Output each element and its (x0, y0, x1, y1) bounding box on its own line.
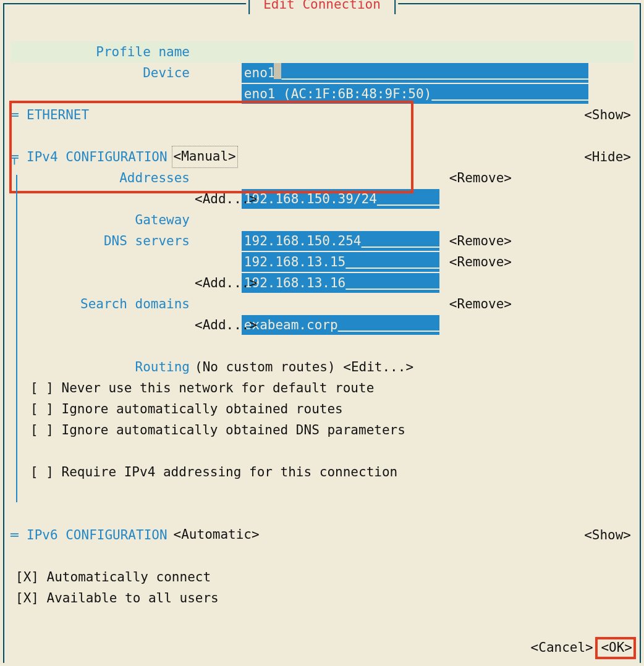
ipv4-gateway-label: Gateway (11, 209, 195, 230)
ipv4-search-label: Search domains (11, 293, 195, 314)
device-label: Device (11, 62, 195, 83)
ethernet-section: ═ ETHERNET <Show> (11, 104, 633, 125)
ipv4-routing-label: Routing (11, 356, 195, 377)
ipv4-address-remove-0[interactable]: <Remove> (439, 167, 512, 188)
ipv4-dns-label: DNS servers (11, 230, 195, 251)
profile-name-label: Profile name (11, 41, 195, 62)
ipv6-label: IPv6 CONFIGURATION (27, 525, 167, 546)
ipv6-section: ═ IPv6 CONFIGURATION <Automatic> <Show> (11, 525, 633, 546)
edit-connection-dialog: Edit Connection Profile name eno1 Device… (3, 3, 641, 663)
ipv4-routing-row: Routing (No custom routes) <Edit...> (11, 356, 633, 377)
ipv4-cb-0[interactable]: [ ] Never use this network for default r… (11, 377, 633, 398)
ipv4-address-input-0[interactable]: 192.168.150.39/24 (242, 189, 439, 209)
global-cb-0[interactable]: [X] Automatically connect (11, 567, 633, 588)
ipv6-show-button[interactable]: <Show> (584, 525, 633, 546)
ipv4-addresses-label: Addresses (11, 167, 195, 188)
ipv4-search-row-0: Search domains exabeam.corp <Remove> (11, 293, 633, 314)
ethernet-show-button[interactable]: <Show> (584, 104, 633, 125)
expand-icon: ╤ (11, 146, 27, 167)
collapse-icon: ═ (11, 525, 27, 546)
collapse-icon: ═ (11, 104, 27, 125)
ipv4-search-input-0[interactable]: exabeam.corp (242, 315, 439, 335)
profile-name-row: Profile name eno1 (11, 41, 633, 62)
ok-button[interactable]: <OK> (601, 640, 632, 655)
ipv4-search-add-button[interactable]: <Add...> (195, 314, 257, 335)
ipv4-dns-input-1[interactable]: 192.168.13.16 (242, 273, 439, 293)
ipv4-cb-2[interactable]: [ ] Ignore automatically obtained DNS pa… (11, 419, 633, 440)
ipv4-cb-1[interactable]: [ ] Ignore automatically obtained routes (11, 398, 633, 419)
dialog-buttons: <Cancel> <OK> (531, 637, 632, 658)
ipv4-dns-remove-0[interactable]: <Remove> (439, 230, 512, 251)
ipv4-hide-button[interactable]: <Hide> (584, 146, 633, 167)
ipv4-search-remove-0[interactable]: <Remove> (439, 293, 512, 314)
ipv4-addresses-row: Addresses 192.168.150.39/24 <Remove> (11, 167, 633, 188)
dialog-title-wrap: Edit Connection (246, 0, 398, 14)
ipv4-routing-edit-button[interactable]: <Edit...> (343, 360, 413, 374)
ipv4-dns-remove-1[interactable]: <Remove> (439, 251, 512, 272)
global-cb-1[interactable]: [X] Available to all users (11, 588, 633, 609)
ipv4-label: IPv4 CONFIGURATION (27, 146, 167, 167)
dialog-title: Edit Connection (248, 0, 396, 14)
cancel-button[interactable]: <Cancel> (531, 640, 593, 655)
device-row: Device eno1 (AC:1F:6B:48:9F:50) (11, 62, 633, 83)
ipv4-gateway-row: Gateway 192.168.150.254 (11, 209, 633, 230)
ipv4-routing-value: (No custom routes) (195, 360, 336, 374)
ethernet-label: ETHERNET (27, 104, 89, 125)
ipv6-mode-select[interactable]: <Automatic> (172, 525, 261, 546)
ipv4-section: ╤ IPv4 CONFIGURATION <Manual> <Hide> (11, 146, 633, 167)
ipv4-cb-3[interactable]: [ ] Require IPv4 addressing for this con… (11, 462, 633, 483)
ipv4-dns-row-1: 192.168.13.16 <Remove> (11, 251, 633, 272)
tree-line-ipv4 (16, 175, 17, 502)
ipv4-dns-add-button[interactable]: <Add...> (195, 272, 257, 293)
ipv4-address-add-button[interactable]: <Add...> (195, 188, 257, 209)
ipv4-mode-select[interactable]: <Manual> (172, 146, 237, 167)
ipv4-dns-row-0: DNS servers 192.168.13.15 <Remove> (11, 230, 633, 251)
device-input[interactable]: eno1 (AC:1F:6B:48:9F:50) (242, 84, 588, 104)
